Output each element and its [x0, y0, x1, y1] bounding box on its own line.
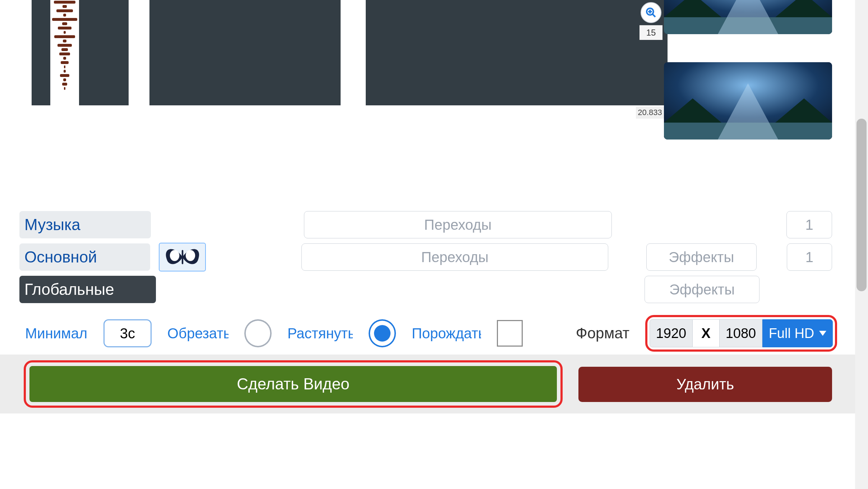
track-row-global: Глобальные Эффекты: [19, 276, 832, 303]
app-content: 15 20.833: [0, 0, 855, 413]
format-separator: X: [693, 319, 719, 347]
vertical-scrollbar-thumb[interactable]: [857, 119, 867, 291]
svg-line-1: [652, 14, 655, 17]
format-preset-dropdown[interactable]: Full HD: [762, 319, 833, 347]
chevron-down-icon: [819, 331, 826, 336]
transitions-count-music[interactable]: 1: [786, 211, 832, 238]
bottom-bar: Сделать Видео Удалить: [0, 355, 855, 413]
zoom-timestamp: 20.833: [636, 106, 664, 119]
track-rows: Музыка Переходы 1 Основной: [19, 211, 832, 308]
vertical-scrollbar[interactable]: [855, 0, 868, 489]
butterfly-icon: [163, 245, 202, 269]
track-label-main[interactable]: Основной: [19, 243, 150, 271]
make-video-button[interactable]: Сделать Видео: [29, 366, 557, 402]
svg-point-15: [185, 250, 195, 261]
stretch-radio[interactable]: [369, 319, 396, 347]
butterfly-thumbnail[interactable]: [159, 243, 206, 271]
timeline-clip[interactable]: [366, 0, 493, 105]
options-row: Минималь Обрезать Растянуть Порождать Фо…: [25, 315, 837, 352]
transitions-button-main[interactable]: Переходы: [301, 243, 608, 271]
track-label-global[interactable]: Глобальные: [19, 276, 156, 303]
format-preset-label: Full HD: [769, 326, 814, 341]
minimal-input[interactable]: [103, 319, 152, 347]
timeline[interactable]: [32, 0, 636, 105]
generate-checkbox[interactable]: [497, 320, 523, 347]
crop-radio[interactable]: [244, 319, 272, 347]
format-height-input[interactable]: 1080: [719, 319, 762, 347]
app-viewport: 15 20.833: [0, 0, 868, 489]
track-label-music[interactable]: Музыка: [19, 211, 151, 238]
zoom-in-icon: [645, 7, 657, 18]
audio-track-thumb[interactable]: [50, 0, 79, 105]
zoom-tick-label: 15: [640, 25, 662, 40]
zoom-in-button[interactable]: [641, 2, 661, 23]
stretch-label: Растянуть: [287, 325, 353, 342]
minimal-label: Минималь: [25, 325, 88, 342]
svg-rect-16: [181, 250, 183, 264]
timeline-clip[interactable]: [32, 0, 129, 105]
effects-count-main[interactable]: 1: [787, 243, 832, 271]
svg-point-14: [170, 250, 179, 261]
make-video-highlight: Сделать Видео: [24, 360, 563, 408]
format-group: 1920 X 1080 Full HD: [645, 315, 837, 352]
timeline-clip[interactable]: [149, 0, 341, 105]
format-label: Формат: [576, 325, 629, 342]
format-width-input[interactable]: 1920: [650, 319, 693, 347]
zoom-control: 15: [640, 0, 662, 40]
thumbnail-1[interactable]: [664, 0, 832, 34]
effects-button-main[interactable]: Эффекты: [646, 243, 756, 271]
effects-button-global[interactable]: Эффекты: [645, 276, 760, 303]
crop-label: Обрезать: [167, 325, 228, 342]
generate-label: Порождать: [412, 325, 481, 342]
track-row-main: Основной Переходы Эффекты 1: [19, 243, 832, 271]
preview-thumbnails: [664, 0, 832, 168]
track-row-music: Музыка Переходы 1: [19, 211, 832, 238]
transitions-button-music[interactable]: Переходы: [304, 211, 612, 238]
delete-button[interactable]: Удалить: [578, 367, 832, 402]
waveform: [52, 0, 77, 91]
thumbnail-2[interactable]: [664, 62, 832, 140]
